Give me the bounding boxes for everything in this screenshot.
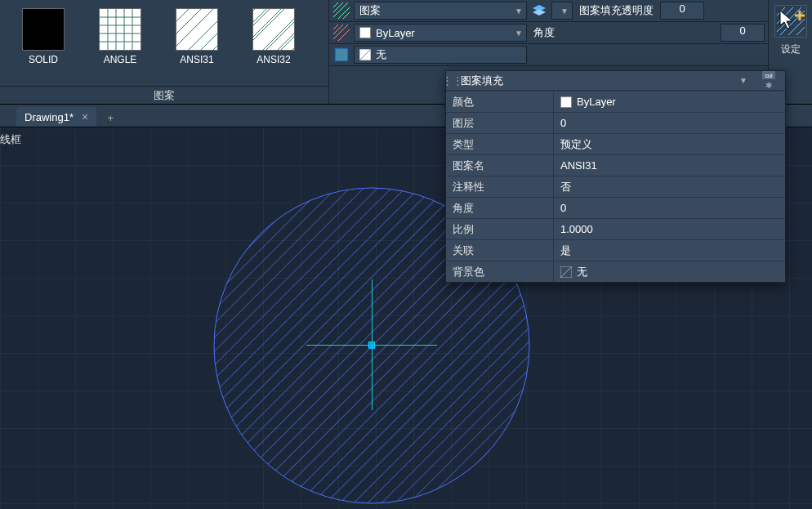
angle-label: 角度 [530, 25, 558, 40]
svg-line-35 [333, 25, 343, 34]
pattern-style-dropdown[interactable]: 图案 ▼ [354, 2, 527, 20]
tab-label: Drawing1* [25, 111, 74, 123]
qprops-key: 注释性 [446, 176, 554, 197]
qprops-value[interactable]: 无 [554, 261, 785, 282]
qprops-row: 颜色ByLayer [446, 91, 785, 112]
swatch-preview-solid [22, 8, 65, 51]
qprops-value[interactable]: 0 [554, 198, 785, 218]
qprops-key: 比例 [446, 219, 554, 239]
background-dropdown[interactable]: 无 [354, 46, 527, 64]
quick-properties-header[interactable]: ⋮⋮ 图案填充 ▼ cui ✱ [446, 71, 785, 91]
chevron-down-icon: ▼ [515, 7, 523, 16]
settings-hatch-icon [777, 7, 805, 35]
ansi31-pattern-icon [176, 9, 217, 50]
svg-line-42 [777, 7, 793, 24]
qprops-value[interactable]: ANSI31 [554, 155, 785, 176]
qprops-value-text: 0 [560, 202, 566, 214]
qprops-value[interactable]: 预定义 [554, 134, 785, 154]
qprops-value[interactable]: 0 [554, 113, 785, 133]
qprops-value-text: 0 [560, 117, 566, 129]
swatch-preview-ansi31 [176, 8, 218, 51]
quick-properties-title: 图案填充 [459, 74, 734, 88]
settings-label: 设定 [781, 42, 801, 56]
svg-line-12 [181, 13, 217, 50]
background-color-icon [332, 46, 350, 64]
tab-add-button[interactable]: + [101, 109, 119, 127]
qprops-key: 角度 [446, 198, 554, 218]
svg-line-10 [176, 9, 209, 42]
svg-line-8 [176, 9, 185, 17]
qprops-key: 图层 [446, 113, 554, 133]
layers-icon[interactable] [530, 2, 548, 20]
qprops-row: 背景色无 [446, 261, 785, 282]
close-icon[interactable]: × [82, 110, 88, 123]
qprops-value-text: 无 [577, 265, 587, 279]
qprops-value-text: 否 [560, 180, 571, 194]
angle-pattern-icon [100, 9, 141, 50]
qprops-value[interactable]: 否 [554, 176, 785, 197]
quick-properties-extras: cui ✱ [752, 69, 785, 92]
none-box-icon [359, 49, 371, 60]
svg-line-37 [338, 29, 350, 41]
qprops-row: 关联是 [446, 239, 785, 261]
none-box-icon [560, 266, 572, 278]
qprops-value-text: 预定义 [560, 137, 592, 152]
swatch-angle[interactable]: ANGLE [83, 5, 157, 69]
qprops-row: 图层0 [446, 112, 785, 133]
swatch-ansi31[interactable]: ANSI31 [160, 5, 234, 69]
chevron-down-icon[interactable]: ▼ [734, 76, 752, 85]
gear-icon[interactable]: ✱ [765, 81, 772, 90]
svg-line-27 [333, 2, 338, 7]
swatch-label: ANSI31 [160, 54, 234, 65]
svg-line-30 [338, 7, 350, 19]
hatch-color-icon [332, 24, 350, 42]
tab-drawing1[interactable]: Drawing1* × [16, 107, 96, 127]
qprops-key: 颜色 [446, 92, 554, 112]
swatch-label: ANSI32 [237, 54, 310, 65]
svg-line-28 [333, 2, 343, 12]
cui-icon[interactable]: cui [762, 71, 775, 79]
swatch-solid[interactable]: SOLID [7, 5, 80, 69]
qprops-key: 类型 [446, 134, 554, 154]
selection-grip[interactable] [368, 342, 376, 350]
qprops-value[interactable]: 1.0000 [554, 219, 785, 239]
qprops-value-text: ByLayer [577, 96, 616, 108]
swatch-label: ANGLE [83, 54, 157, 65]
boundary-dropdown[interactable]: ▼ [551, 2, 573, 20]
svg-marker-33 [533, 9, 546, 16]
svg-line-17 [253, 9, 274, 30]
pattern-panel: SOLID ANGLE [0, 0, 329, 104]
svg-line-41 [777, 7, 785, 16]
dropdown-text: 无 [376, 47, 386, 62]
qprops-key: 关联 [446, 240, 554, 261]
drag-handle-icon[interactable]: ⋮⋮ [446, 71, 459, 91]
quick-properties-body: 颜色ByLayer图层0类型预定义图案名ANSI31注释性否角度0比例1.000… [446, 91, 785, 282]
dropdown-text: 图案 [359, 3, 381, 18]
svg-line-18 [253, 9, 278, 33]
swatch-ansi32[interactable]: ANSI32 [237, 5, 310, 69]
color-chip-icon [359, 27, 371, 38]
qprops-value-text: ANSI31 [560, 159, 597, 172]
svg-line-20 [253, 9, 292, 48]
qprops-key: 图案名 [446, 155, 554, 176]
dropdown-text: ByLayer [376, 27, 415, 39]
pattern-panel-title: 图案 [0, 86, 328, 104]
settings-button[interactable] [774, 5, 807, 38]
svg-line-46 [796, 27, 805, 35]
swatch-preview-ansi32 [252, 8, 295, 51]
chevron-down-icon: ▼ [560, 7, 569, 16]
qprops-value[interactable]: ByLayer [554, 92, 785, 112]
svg-line-45 [788, 19, 805, 35]
transparency-input[interactable]: 0 [660, 2, 704, 20]
chevron-down-icon: ▼ [515, 29, 523, 38]
viewport-label[interactable]: 线框 [0, 132, 21, 147]
color-dropdown[interactable]: ByLayer ▼ [354, 24, 527, 42]
qprops-value[interactable]: 是 [554, 240, 785, 261]
angle-input[interactable]: 0 [721, 24, 765, 42]
qprops-row: 比例1.0000 [446, 218, 785, 239]
svg-line-34 [333, 25, 338, 29]
svg-line-13 [193, 25, 217, 50]
svg-line-56 [560, 266, 572, 278]
ansi32-pattern-icon [253, 9, 294, 50]
qprops-key: 背景色 [446, 261, 554, 282]
